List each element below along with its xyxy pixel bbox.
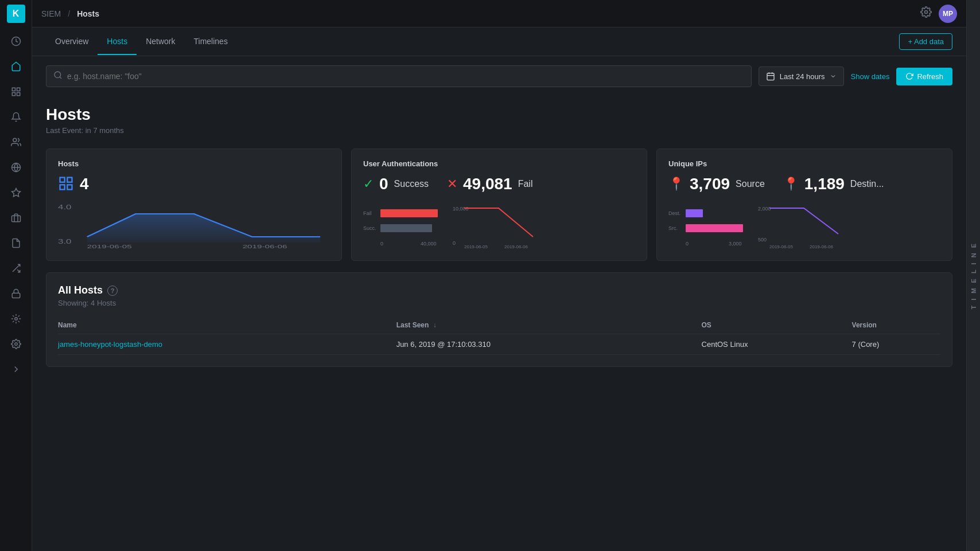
tab-hosts[interactable]: Hosts — [98, 29, 137, 55]
hosts-numbers: 4 — [58, 175, 330, 193]
auth-bar-chart: Fail Succ. 0 40,000 — [363, 202, 444, 248]
svg-text:2019-06-06: 2019-06-06 — [810, 244, 833, 249]
auth-charts: Fail Succ. 0 40,000 10,000 0 2019-06-05 … — [363, 202, 635, 248]
svg-rect-3 — [17, 93, 20, 96]
svg-text:Succ.: Succ. — [363, 225, 376, 231]
hosts-stat-card: Hosts 4 — [46, 149, 342, 261]
nav-tabs: Overview Hosts Network Timelines + Add d… — [32, 28, 966, 56]
col-version: Version — [852, 316, 940, 334]
unique-ips-card: Unique IPs 📍 3,709 Source 📍 1,189 Destin… — [656, 149, 952, 261]
user-avatar[interactable]: MP — [939, 5, 957, 23]
sidebar: K — [0, 0, 32, 551]
tab-timelines[interactable]: Timelines — [185, 29, 237, 55]
hosts-chart: 4.0 3.0 2019-06-05 2019-06-06 — [58, 202, 330, 250]
tab-overview[interactable]: Overview — [46, 29, 98, 55]
svg-text:500: 500 — [758, 237, 767, 243]
svg-text:0: 0 — [453, 240, 456, 246]
time-range-value: Last 24 hours — [780, 72, 825, 81]
svg-point-5 — [13, 138, 16, 142]
col-name: Name — [58, 316, 396, 334]
sidebar-item-integrations[interactable] — [5, 257, 28, 280]
success-label: Success — [394, 179, 429, 189]
sidebar-item-ml[interactable] — [5, 307, 28, 330]
sidebar-item-rules[interactable] — [5, 181, 28, 204]
search-icon — [53, 71, 63, 82]
success-count: 0 — [379, 175, 388, 193]
checkmark-icon: ✓ — [363, 177, 374, 192]
ips-charts: Dest. Src. 0 3,000 2,000 500 2019-06-05 … — [668, 202, 940, 248]
dest-pin-icon: 📍 — [783, 177, 799, 192]
svg-text:Dest.: Dest. — [668, 210, 680, 216]
app-logo: K — [7, 5, 25, 23]
sidebar-item-reports[interactable] — [5, 232, 28, 255]
source-count: 3,709 — [690, 175, 730, 193]
svg-point-13 — [14, 318, 17, 321]
page-title: Hosts — [46, 105, 952, 124]
refresh-label: Refresh — [917, 72, 943, 81]
table-row: james-honeypot-logstash-demo Jun 6, 2019… — [58, 334, 940, 355]
svg-point-14 — [14, 343, 17, 346]
source-pin-icon: 📍 — [668, 177, 684, 192]
svg-rect-12 — [12, 293, 20, 298]
svg-rect-23 — [67, 177, 72, 182]
x-icon: ✕ — [447, 177, 457, 192]
refresh-icon — [905, 72, 913, 80]
sidebar-item-siem[interactable] — [5, 55, 28, 78]
svg-rect-43 — [686, 224, 743, 232]
all-hosts-subtitle: Showing: 4 Hosts — [58, 299, 940, 307]
svg-text:2019-06-05: 2019-06-05 — [87, 244, 132, 249]
hosts-heading: Hosts Last Event: in 7 months — [46, 96, 952, 137]
svg-text:2019-06-05: 2019-06-05 — [769, 244, 793, 249]
svg-rect-9 — [11, 216, 20, 222]
search-box[interactable] — [46, 65, 752, 87]
chevron-down-icon — [830, 73, 837, 80]
svg-text:Src.: Src. — [668, 225, 678, 231]
svg-text:2019-06-05: 2019-06-05 — [464, 244, 488, 249]
fail-item: ✕ 49,081 Fail — [447, 175, 532, 193]
col-os: OS — [702, 316, 852, 334]
ips-line-chart: 2,000 500 2019-06-05 2019-06-06 — [758, 202, 838, 248]
svg-rect-1 — [12, 88, 15, 91]
dest-item: 📍 1,189 Destin... — [783, 175, 884, 193]
svg-rect-22 — [60, 177, 65, 182]
sidebar-item-users[interactable] — [5, 131, 28, 154]
info-icon[interactable]: ? — [107, 286, 118, 296]
sidebar-item-security[interactable] — [5, 282, 28, 305]
svg-text:40,000: 40,000 — [421, 241, 437, 247]
show-dates-button[interactable]: Show dates — [851, 72, 890, 81]
timeline-label: T I M E L I N E — [970, 242, 977, 310]
sidebar-item-settings[interactable] — [5, 333, 28, 355]
tab-network[interactable]: Network — [137, 29, 184, 55]
host-os-cell: CentOS Linux — [702, 334, 852, 355]
sidebar-item-expand[interactable] — [5, 358, 28, 381]
sort-icon[interactable]: ↓ — [433, 321, 437, 329]
col-last-seen: Last Seen ↓ — [396, 316, 702, 334]
fail-label: Fail — [518, 179, 533, 189]
time-range-selector[interactable]: Last 24 hours — [759, 67, 844, 86]
sidebar-item-cases[interactable] — [5, 206, 28, 229]
sidebar-item-network[interactable] — [5, 156, 28, 179]
svg-point-15 — [925, 11, 928, 14]
sidebar-item-alerts[interactable] — [5, 105, 28, 128]
auth-numbers: ✓ 0 Success ✕ 49,081 Fail — [363, 175, 635, 193]
last-event-label: Last Event: in 7 months — [46, 126, 952, 135]
hosts-grid-icon — [58, 175, 74, 193]
svg-rect-33 — [380, 224, 432, 232]
hosts-table: Name Last Seen ↓ OS Version — [58, 316, 940, 355]
sidebar-item-recent[interactable] — [5, 30, 28, 53]
settings-icon[interactable] — [920, 6, 932, 21]
search-row: Last 24 hours Show dates Refresh — [46, 56, 952, 96]
svg-rect-41 — [686, 209, 703, 217]
refresh-button[interactable]: Refresh — [896, 68, 952, 85]
timeline-sidebar[interactable]: T I M E L I N E — [966, 0, 980, 551]
svg-text:4.0: 4.0 — [58, 204, 72, 211]
svg-rect-2 — [17, 88, 20, 91]
svg-text:3,000: 3,000 — [729, 241, 742, 247]
breadcrumb-separator: / — [68, 9, 70, 18]
host-version-cell: 7 (Core) — [852, 334, 940, 355]
search-input[interactable] — [67, 72, 744, 81]
host-name-cell[interactable]: james-honeypot-logstash-demo — [58, 334, 396, 355]
add-data-button[interactable]: + Add data — [899, 33, 952, 50]
auth-line-chart: 10,000 0 2019-06-05 2019-06-06 — [453, 202, 533, 248]
sidebar-item-dashboard[interactable] — [5, 80, 28, 103]
